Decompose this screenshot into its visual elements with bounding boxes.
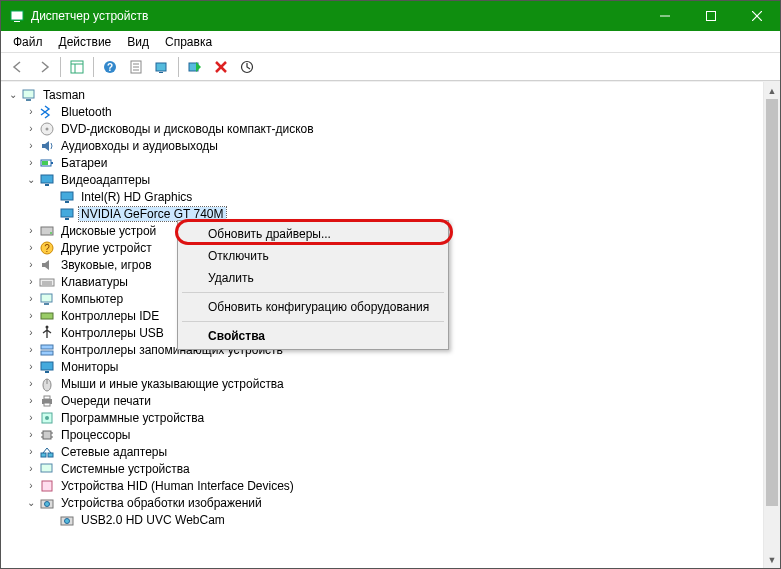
svg-rect-46 [41, 351, 53, 355]
properties-button[interactable] [124, 55, 148, 79]
expander-icon[interactable]: › [25, 225, 37, 237]
expander-icon[interactable] [45, 208, 57, 220]
expander-icon[interactable]: ⌄ [7, 89, 19, 101]
show-hide-tree-button[interactable] [65, 55, 89, 79]
tree-category[interactable]: ›Батареи [1, 154, 780, 171]
expander-icon[interactable]: ⌄ [25, 497, 37, 509]
expander-icon[interactable]: › [25, 276, 37, 288]
mouse-icon [39, 376, 55, 392]
svg-rect-43 [41, 313, 53, 319]
network-icon [39, 444, 55, 460]
menu-action[interactable]: Действие [51, 33, 120, 51]
tree-category[interactable]: ›Bluetooth [1, 103, 780, 120]
expander-icon[interactable]: › [25, 344, 37, 356]
context-menu-item[interactable]: Обновить драйверы... [180, 223, 446, 245]
svg-rect-29 [45, 184, 49, 186]
vertical-scrollbar[interactable]: ▲ ▼ [763, 82, 780, 568]
svg-rect-30 [61, 192, 73, 200]
scroll-up-button[interactable]: ▲ [764, 82, 780, 99]
menu-view[interactable]: Вид [119, 33, 157, 51]
expander-icon[interactable]: › [25, 242, 37, 254]
close-button[interactable] [734, 1, 780, 31]
computer-root-icon [21, 87, 37, 103]
expander-icon[interactable]: › [25, 446, 37, 458]
tree-category[interactable]: ›DVD-дисководы и дисководы компакт-диско… [1, 120, 780, 137]
tree-category[interactable]: ›Мыши и иные указывающие устройства [1, 375, 780, 392]
expander-icon[interactable]: › [25, 293, 37, 305]
print-icon [39, 393, 55, 409]
battery-icon [39, 155, 55, 171]
expander-icon[interactable]: › [25, 157, 37, 169]
display-icon [59, 206, 75, 222]
tree-category[interactable]: ›Мониторы [1, 358, 780, 375]
tree-item-label: Системные устройства [59, 462, 192, 476]
expander-icon[interactable]: › [25, 106, 37, 118]
expander-icon[interactable]: › [25, 395, 37, 407]
svg-point-35 [50, 232, 52, 234]
tree-item-label: NVIDIA GeForce GT 740M [79, 207, 226, 221]
update-driver-button[interactable] [235, 55, 259, 79]
expander-icon[interactable]: ⌄ [25, 174, 37, 186]
tree-category[interactable]: ›Сетевые адаптеры [1, 443, 780, 460]
toolbar-separator [60, 57, 61, 77]
tree-root[interactable]: ⌄Tasman [1, 86, 780, 103]
expander-icon[interactable]: › [25, 429, 37, 441]
expander-icon[interactable]: › [25, 327, 37, 339]
menu-help[interactable]: Справка [157, 33, 220, 51]
tree-category[interactable]: ⌄Видеоадаптеры [1, 171, 780, 188]
tree-item-label: Аудиовходы и аудиовыходы [59, 139, 220, 153]
forward-button[interactable] [32, 55, 56, 79]
scan-hardware-button[interactable] [150, 55, 174, 79]
svg-rect-1 [14, 21, 20, 22]
toolbar-separator [178, 57, 179, 77]
context-menu-item[interactable]: Обновить конфигурацию оборудования [180, 296, 446, 318]
expander-icon[interactable]: › [25, 378, 37, 390]
expander-icon[interactable]: › [25, 123, 37, 135]
tree-item-label: Сетевые адаптеры [59, 445, 169, 459]
toolbar-separator [93, 57, 94, 77]
tree-device[interactable]: USB2.0 HD UVC WebCam [1, 511, 780, 528]
tree-category[interactable]: ›Очереди печати [1, 392, 780, 409]
enable-button[interactable] [183, 55, 207, 79]
scroll-down-button[interactable]: ▼ [764, 551, 780, 568]
menubar: Файл Действие Вид Справка [1, 31, 780, 53]
expander-icon[interactable]: › [25, 259, 37, 271]
tree-category[interactable]: ›Устройства HID (Human Interface Devices… [1, 477, 780, 494]
expander-icon[interactable]: › [25, 480, 37, 492]
tree-category[interactable]: ›Процессоры [1, 426, 780, 443]
tree-item-label: Устройства HID (Human Interface Devices) [59, 479, 296, 493]
help-button[interactable]: ? [98, 55, 122, 79]
tree-device[interactable]: Intel(R) HD Graphics [1, 188, 780, 205]
menu-file[interactable]: Файл [5, 33, 51, 51]
context-menu-item[interactable]: Удалить [180, 267, 446, 289]
svg-rect-26 [51, 162, 53, 164]
tree-category[interactable]: ›Системные устройства [1, 460, 780, 477]
maximize-button[interactable] [688, 1, 734, 31]
tree-category[interactable]: ⌄Устройства обработки изображений [1, 494, 780, 511]
tree-category[interactable]: ›Программные устройства [1, 409, 780, 426]
expander-icon[interactable]: › [25, 310, 37, 322]
display-icon [59, 189, 75, 205]
back-button[interactable] [6, 55, 30, 79]
tree-item-label: Звуковые, игров [59, 258, 154, 272]
scrollbar-thumb[interactable] [766, 99, 778, 506]
expander-icon[interactable]: › [25, 463, 37, 475]
expander-icon[interactable]: › [25, 412, 37, 424]
expander-icon[interactable]: › [25, 361, 37, 373]
svg-rect-31 [65, 201, 69, 203]
expander-icon[interactable] [45, 514, 57, 526]
scrollbar-track[interactable] [764, 99, 780, 551]
minimize-button[interactable] [642, 1, 688, 31]
tree-item-label: Процессоры [59, 428, 133, 442]
tree-category[interactable]: ›Аудиовходы и аудиовыходы [1, 137, 780, 154]
uninstall-button[interactable] [209, 55, 233, 79]
ide-icon [39, 308, 55, 324]
svg-rect-42 [44, 303, 49, 305]
svg-rect-27 [42, 161, 48, 165]
expander-icon[interactable] [45, 191, 57, 203]
expander-icon[interactable]: › [25, 140, 37, 152]
svg-rect-6 [71, 61, 83, 73]
context-menu-item[interactable]: Отключить [180, 245, 446, 267]
context-menu-item[interactable]: Свойства [180, 325, 446, 347]
tree-item-label: Tasman [41, 88, 87, 102]
